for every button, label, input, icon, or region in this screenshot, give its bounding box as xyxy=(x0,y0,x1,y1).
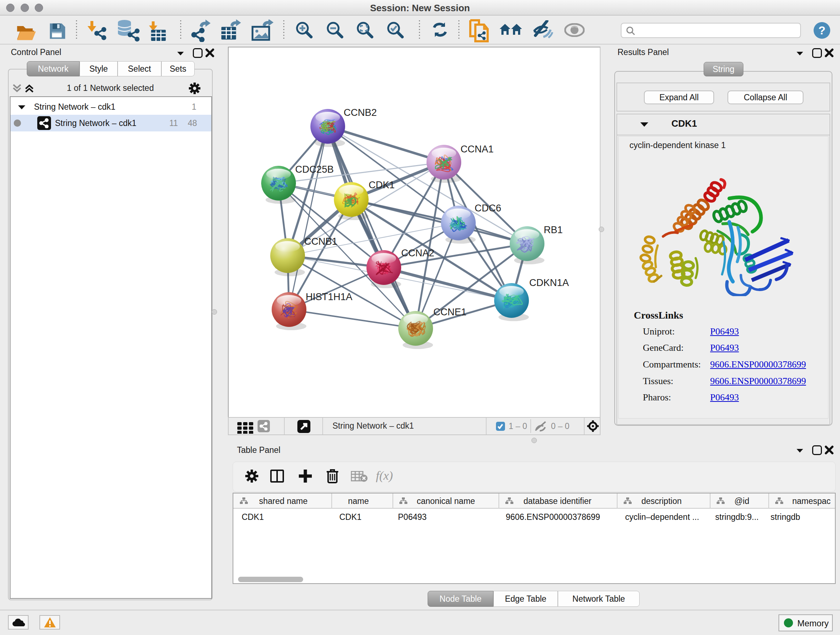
svg-text:CDC25B: CDC25B xyxy=(295,164,334,175)
svg-text:CDK1: CDK1 xyxy=(369,180,395,190)
svg-text:CDKN1A: CDKN1A xyxy=(529,277,569,288)
svg-text:CCNE1: CCNE1 xyxy=(433,307,467,318)
svg-text:CDC6: CDC6 xyxy=(475,203,501,214)
svg-text:CCNA2: CCNA2 xyxy=(401,248,434,258)
svg-text:HIST1H1A: HIST1H1A xyxy=(306,291,352,302)
svg-text:CCNB2: CCNB2 xyxy=(344,107,377,118)
svg-text:CCNB1: CCNB1 xyxy=(304,236,338,247)
svg-text:RB1: RB1 xyxy=(544,225,563,235)
svg-text:CCNA1: CCNA1 xyxy=(461,144,494,155)
